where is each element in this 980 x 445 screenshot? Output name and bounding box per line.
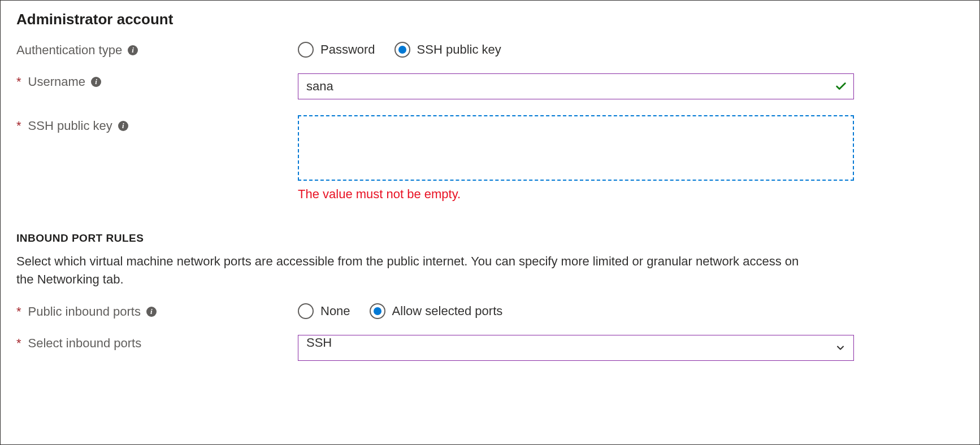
radio-label-allow: Allow selected ports bbox=[392, 304, 503, 319]
radio-group-auth-type: Password SSH public key bbox=[298, 42, 854, 58]
label-text-ssh-key: SSH public key bbox=[28, 119, 112, 133]
required-asterisk: * bbox=[16, 336, 21, 351]
required-asterisk: * bbox=[16, 304, 21, 319]
radio-circle-icon bbox=[298, 42, 314, 58]
info-icon[interactable]: i bbox=[118, 121, 128, 131]
inbound-ports-description: Select which virtual machine network por… bbox=[16, 252, 819, 289]
row-public-inbound-ports: * Public inbound ports i None Allow sele… bbox=[16, 303, 964, 319]
info-icon[interactable]: i bbox=[128, 45, 138, 55]
radio-dot-icon bbox=[398, 46, 406, 54]
select-inbound-wrap: SSH bbox=[298, 335, 854, 361]
username-input[interactable] bbox=[298, 73, 854, 99]
radio-auth-password[interactable]: Password bbox=[298, 42, 375, 58]
label-text-username: Username bbox=[28, 75, 85, 89]
label-text-authentication-type: Authentication type bbox=[16, 43, 122, 58]
radio-label-ssh: SSH public key bbox=[417, 42, 501, 57]
radio-dot-icon bbox=[374, 307, 381, 315]
radio-label-password: Password bbox=[320, 42, 375, 57]
required-asterisk: * bbox=[16, 119, 21, 133]
label-text-public-inbound: Public inbound ports bbox=[28, 304, 141, 319]
radio-auth-ssh[interactable]: SSH public key bbox=[394, 42, 501, 58]
info-icon[interactable]: i bbox=[146, 307, 157, 317]
radio-circle-icon bbox=[394, 42, 410, 58]
row-authentication-type: Authentication type i Password SSH publi… bbox=[16, 42, 964, 58]
label-ssh-key: * SSH public key i bbox=[16, 115, 298, 133]
ssh-key-textarea[interactable] bbox=[298, 115, 854, 181]
checkmark-icon bbox=[835, 80, 847, 93]
label-username: * Username i bbox=[16, 73, 298, 89]
label-public-inbound-ports: * Public inbound ports i bbox=[16, 303, 298, 319]
label-select-inbound-ports: * Select inbound ports bbox=[16, 335, 298, 351]
username-input-wrap bbox=[298, 73, 854, 99]
row-select-inbound-ports: * Select inbound ports SSH bbox=[16, 335, 964, 361]
radio-inbound-allow[interactable]: Allow selected ports bbox=[370, 303, 503, 319]
section-title-inbound-ports: INBOUND PORT RULES bbox=[16, 232, 964, 245]
row-username: * Username i bbox=[16, 73, 964, 99]
info-icon[interactable]: i bbox=[91, 77, 101, 87]
label-text-select-inbound: Select inbound ports bbox=[28, 336, 142, 351]
radio-inbound-none[interactable]: None bbox=[298, 303, 350, 319]
radio-label-none: None bbox=[320, 304, 350, 319]
ssh-key-error-text: The value must not be empty. bbox=[298, 187, 854, 202]
required-asterisk: * bbox=[16, 75, 21, 89]
admin-account-panel: Administrator account Authentication typ… bbox=[0, 0, 980, 445]
row-ssh-key: * SSH public key i The value must not be… bbox=[16, 115, 964, 202]
radio-circle-icon bbox=[298, 303, 314, 319]
radio-group-public-inbound: None Allow selected ports bbox=[298, 303, 854, 319]
label-authentication-type: Authentication type i bbox=[16, 42, 298, 58]
radio-circle-icon bbox=[370, 303, 385, 319]
section-title-admin: Administrator account bbox=[16, 11, 964, 28]
select-inbound-ports-dropdown[interactable]: SSH bbox=[298, 335, 854, 361]
